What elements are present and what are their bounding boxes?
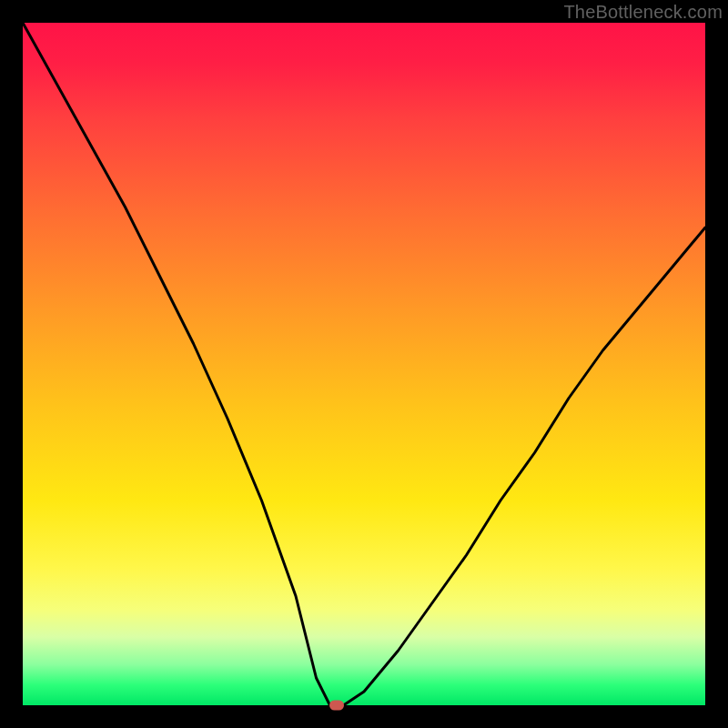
bottleneck-curve (23, 23, 705, 705)
plot-area (23, 23, 705, 705)
watermark-text: TheBottleneck.com (563, 2, 723, 23)
chart-frame: TheBottleneck.com (0, 0, 728, 728)
optimum-marker (329, 701, 344, 711)
curve-path (23, 23, 705, 705)
